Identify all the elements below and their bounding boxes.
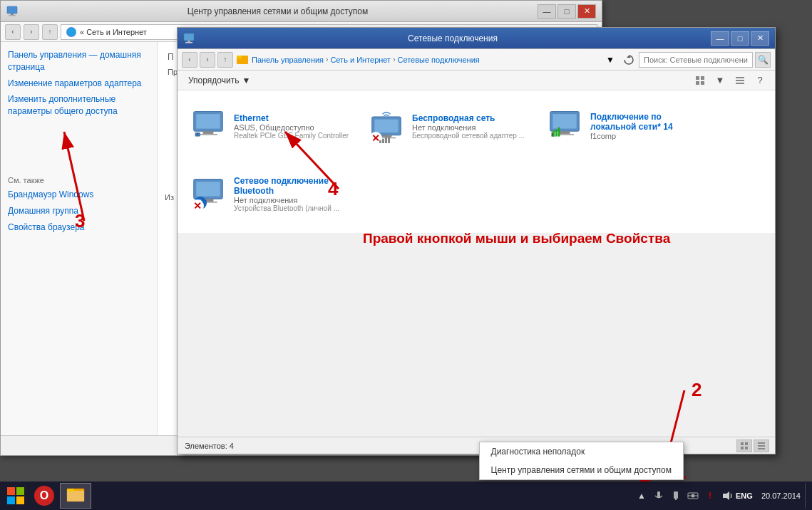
bc-net-connections[interactable]: Сетевые подключения xyxy=(397,56,479,64)
up-btn[interactable]: ↑ xyxy=(42,24,58,40)
net-address-bar: ‹ › ↑ Панель управления › Сеть и Интерне… xyxy=(178,49,775,71)
network-connections-window: Сетевые подключения — □ ✕ ‹ › ↑ Панель у… xyxy=(177,27,776,454)
bluetooth-connection-item[interactable]: ᛒ ✕ Сетевое подключение Bluetooth Нет по… xyxy=(185,165,356,222)
tray-expand-btn[interactable]: ▲ xyxy=(634,489,649,503)
bluetooth-status1: Нет подключения xyxy=(234,196,349,204)
context-menu: Диагностика неполадок Центр управления с… xyxy=(479,442,684,480)
bluetooth-error-icon: ✕ xyxy=(191,199,204,212)
svg-rect-17 xyxy=(736,83,744,84)
main-maximize-btn[interactable]: □ xyxy=(557,4,576,19)
svg-rect-19 xyxy=(196,114,220,128)
svg-rect-6 xyxy=(187,41,190,42)
search-input[interactable] xyxy=(639,52,753,68)
tray-icon-sound[interactable] xyxy=(720,489,734,503)
svg-rect-1 xyxy=(11,14,14,15)
main-minimize-btn[interactable]: — xyxy=(538,4,556,19)
local14-info: Подключение по локальной сети* 14 f1comp xyxy=(590,112,706,140)
svg-rect-13 xyxy=(696,81,699,85)
ethernet-status2: Realtek PCIe GBE Family Controller xyxy=(234,132,349,140)
main-titlebar: Центр управления сетями и общим доступом… xyxy=(1,1,602,22)
organize-btn[interactable]: Упорядочить ▼ xyxy=(183,73,255,88)
advanced-sharing-link[interactable]: Изменить дополнительные параметры общего… xyxy=(8,93,150,118)
net-bottom-view-btns xyxy=(736,439,769,452)
svg-rect-0 xyxy=(7,6,17,14)
svg-rect-34 xyxy=(553,130,555,136)
main-close-btn[interactable]: ✕ xyxy=(577,4,596,19)
net-back-btn[interactable]: ‹ xyxy=(182,52,197,68)
net-up-btn[interactable]: ↑ xyxy=(217,52,233,68)
view-list-btn[interactable] xyxy=(754,439,769,452)
svg-rect-61 xyxy=(674,491,678,499)
svg-marker-67 xyxy=(723,491,729,500)
bluetooth-status2: Устройства Bluetooth (личной ... xyxy=(234,204,349,212)
svg-rect-60 xyxy=(657,491,660,497)
bc-net-internet[interactable]: Сеть и Интернет xyxy=(330,56,391,64)
bc-control-panel[interactable]: Панель управления xyxy=(252,56,324,64)
svg-rect-20 xyxy=(203,131,214,134)
tray-icon-exclamation[interactable]: ! xyxy=(703,489,717,503)
tray-language[interactable]: ENG xyxy=(737,489,751,503)
svg-rect-25 xyxy=(374,120,398,132)
svg-rect-35 xyxy=(555,129,557,136)
wireless-icon: ✕ xyxy=(369,108,406,145)
net-status-bar: Элементов: 4 xyxy=(178,437,775,454)
net-close-btn[interactable]: ✕ xyxy=(751,31,769,46)
search-btn[interactable]: 🔍 xyxy=(755,52,771,68)
tray-icon-1[interactable] xyxy=(652,489,666,503)
tray-icon-2[interactable] xyxy=(669,489,683,503)
net-titlebar: Сетевые подключения — □ ✕ xyxy=(178,28,775,49)
see-also-title: См. также xyxy=(8,176,150,184)
net-items-count: Элементов: 4 xyxy=(185,442,234,450)
local14-connection-item[interactable]: Подключение по локальной сети* 14 f1comp xyxy=(541,98,712,155)
taskbar-opera-app[interactable]: O xyxy=(29,483,60,509)
svg-rect-44 xyxy=(745,447,748,449)
svg-rect-59 xyxy=(67,489,74,491)
system-tray: ▲ ! xyxy=(629,489,757,503)
wireless-status1: Нет подключения xyxy=(412,123,528,132)
bluetooth-name[interactable]: Сетевое подключение Bluetooth xyxy=(234,176,349,196)
svg-rect-62 xyxy=(675,499,677,500)
tray-icon-network[interactable] xyxy=(686,489,700,503)
back-btn[interactable]: ‹ xyxy=(5,24,21,40)
view-dropdown-btn[interactable]: ▼ xyxy=(711,73,729,88)
svg-rect-21 xyxy=(199,134,217,135)
ethernet-icon xyxy=(191,108,228,145)
svg-rect-30 xyxy=(553,114,576,128)
taskbar-explorer-app[interactable] xyxy=(60,483,91,509)
ethernet-name[interactable]: Ethernet xyxy=(234,113,349,123)
view-details-btn[interactable] xyxy=(731,73,749,88)
help-btn[interactable]: ? xyxy=(751,73,769,88)
refresh-btn[interactable] xyxy=(621,52,637,68)
browser-props-link[interactable]: Свойства браузера xyxy=(8,222,150,234)
context-menu-diagnose[interactable]: Диагностика неполадок xyxy=(480,442,684,461)
net-path-icon xyxy=(235,53,250,67)
home-link[interactable]: Панель управления — домашняя страница xyxy=(8,49,150,73)
svg-rect-5 xyxy=(184,33,194,41)
svg-rect-42 xyxy=(745,442,748,445)
ethernet-connection-item[interactable]: Ethernet ASUS, Общедоступно Realtek PCIe… xyxy=(185,98,356,155)
view-grid-btn[interactable] xyxy=(736,439,752,452)
breadcrumb-expand-btn[interactable]: ▼ xyxy=(603,52,617,68)
net-items-grid: Ethernet ASUS, Общедоступно Realtek PCIe… xyxy=(178,90,775,233)
tray-datetime[interactable]: 20.07.2014 xyxy=(757,491,805,500)
svg-rect-58 xyxy=(67,491,84,501)
start-button[interactable] xyxy=(3,483,29,509)
wireless-name[interactable]: Беспроводная сеть xyxy=(412,113,528,123)
net-minimize-btn[interactable]: — xyxy=(711,31,729,46)
bluetooth-icon: ᛒ ✕ xyxy=(191,175,228,212)
svg-rect-46 xyxy=(758,445,765,447)
wireless-connection-item[interactable]: ✕ Беспроводная сеть Нет подключения Бесп… xyxy=(363,98,534,155)
view-toggle-btn[interactable] xyxy=(691,73,709,88)
context-menu-network-center[interactable]: Центр управления сетями и общим доступом xyxy=(480,461,684,479)
show-desktop-btn[interactable] xyxy=(805,483,809,509)
net-forward-btn[interactable]: › xyxy=(200,52,215,68)
forward-btn[interactable]: › xyxy=(24,24,39,40)
svg-rect-9 xyxy=(237,56,242,58)
net-maximize-btn[interactable]: □ xyxy=(731,31,749,46)
ethernet-info: Ethernet ASUS, Общедоступно Realtek PCIe… xyxy=(234,113,349,140)
local14-name[interactable]: Подключение по локальной сети* 14 xyxy=(590,112,706,132)
homegroup-link[interactable]: Домашняя группа xyxy=(8,205,150,217)
svg-rect-56 xyxy=(16,496,24,504)
change-adapter-link[interactable]: Изменение параметров адаптера xyxy=(8,78,150,90)
firewall-link[interactable]: Брандмауэр Windows xyxy=(8,189,150,201)
